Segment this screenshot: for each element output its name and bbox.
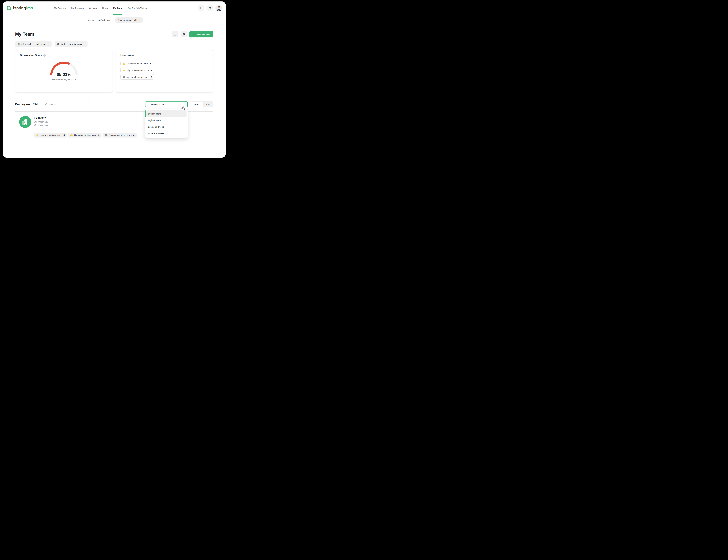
new-session-label: New Session — [197, 33, 210, 36]
high-score-badge[interactable]: High observation score 3 — [68, 133, 102, 138]
badge-count: 6 — [133, 134, 134, 136]
help-icon[interactable]: ? — [43, 54, 46, 57]
warning-icon — [123, 62, 125, 65]
user-photo — [216, 5, 222, 11]
chevron-up-icon — [184, 103, 186, 105]
chevron-down-icon — [47, 43, 49, 45]
sort-control: Lowest score Lowest score Highest score … — [145, 101, 188, 107]
chat-bubble-icon — [200, 6, 203, 10]
company-supervisor: Supervisor: You — [34, 121, 48, 123]
badge-label: High observation score — [127, 69, 149, 72]
badge-count: 6 — [151, 76, 152, 78]
low-score-issue-badge[interactable]: Low observation score 5 — [120, 61, 154, 66]
new-session-button[interactable]: New Session — [190, 31, 213, 37]
badge-label: No completed sessions — [127, 76, 149, 78]
section-tabs: Courses and Trainings Observation Checkl… — [3, 17, 226, 23]
calendar-icon — [57, 43, 60, 46]
header-actions — [198, 1, 222, 15]
period-filter[interactable]: Period: Last 90 days — [55, 41, 88, 47]
filter-label: Observation checklist — [21, 43, 42, 45]
page-title: My Team — [15, 32, 34, 37]
user-issues-card: User Issues Low observation score 5 — [116, 50, 213, 93]
warning-icon — [36, 134, 39, 137]
svg-text:?: ? — [124, 76, 124, 78]
badge-count: 3 — [151, 69, 152, 72]
gauge-value: 65.01% — [49, 72, 79, 77]
question-icon: ? — [123, 76, 125, 78]
main-nav: My Courses My Trainings Catalog News My … — [54, 1, 148, 15]
chevron-down-icon — [83, 43, 85, 45]
plus-icon — [193, 33, 195, 35]
thumbs-up-icon — [70, 134, 73, 137]
download-button[interactable] — [172, 31, 178, 37]
card-title: User Issues — [120, 54, 134, 57]
score-gauge: 65.01% — [49, 60, 79, 76]
high-score-issue-badge[interactable]: High observation score 3 — [120, 68, 154, 73]
messages-button[interactable] — [198, 5, 205, 11]
settings-button[interactable] — [181, 31, 187, 37]
download-icon — [174, 33, 177, 36]
search-icon — [45, 103, 48, 106]
brand-logo[interactable]: ispringlms — [6, 1, 33, 15]
gear-icon — [182, 33, 186, 36]
view-list-button[interactable]: List — [203, 102, 213, 107]
observation-checklist-filter[interactable]: Observation checklist All — [15, 41, 52, 47]
badge-label: No completed sessions — [109, 134, 132, 136]
badge-label: Low observation score — [127, 62, 148, 65]
no-sessions-badge[interactable]: ? No completed sessions 6 — [103, 133, 136, 138]
company-avatar[interactable] — [19, 116, 31, 128]
tab-courses-and-trainings[interactable]: Courses and Trainings — [85, 17, 113, 23]
sort-dropdown[interactable]: Lowest score — [145, 101, 188, 107]
observation-score-card: Observation Score ? 65.01% average emplo… — [15, 50, 113, 93]
badge-label: Low observation score — [40, 134, 62, 136]
sort-option-highest-score[interactable]: Highest score — [146, 117, 187, 124]
gauge-caption: average employee score — [20, 78, 108, 81]
svg-text:?: ? — [106, 134, 107, 136]
app-window: ispringlms My Courses My Trainings Catal… — [3, 1, 226, 158]
bell-icon — [208, 6, 212, 10]
nav-my-trainings[interactable]: My Trainings — [71, 1, 84, 15]
company-employee-count: 714 employees — [34, 124, 48, 126]
view-group-button[interactable]: Group — [191, 102, 203, 107]
sort-option-less-employees[interactable]: Less employees — [146, 124, 187, 130]
badge-count: 3 — [98, 134, 99, 136]
nav-my-team[interactable]: My Team — [113, 1, 123, 15]
brand-wordmark: ispringlms — [13, 6, 33, 10]
low-score-badge[interactable]: Low observation score 5 — [34, 133, 67, 138]
tab-observation-checklists[interactable]: Observation Checklists — [115, 17, 143, 23]
view-toggle: Group List — [191, 101, 213, 107]
filter-label: Period: — [61, 43, 68, 45]
employees-count: 714 — [33, 103, 38, 106]
user-avatar[interactable] — [216, 5, 222, 11]
search-input[interactable] — [49, 103, 88, 106]
top-bar: ispringlms My Courses My Trainings Catal… — [3, 1, 226, 15]
nav-my-courses[interactable]: My Courses — [54, 1, 66, 15]
card-title: Observation Score — [20, 54, 42, 57]
badge-label: High observation score — [74, 134, 96, 136]
sort-value: Lowest score — [151, 103, 164, 106]
no-sessions-issue-badge[interactable]: ? No completed sessions 6 — [120, 74, 154, 80]
clipboard-check-icon — [17, 43, 20, 46]
badge-count: 5 — [150, 62, 151, 65]
nav-catalog[interactable]: Catalog — [89, 1, 97, 15]
search-box — [43, 101, 89, 107]
filter-value: All — [43, 43, 46, 45]
company-name[interactable]: Company — [34, 116, 48, 119]
building-icon — [19, 116, 31, 128]
notifications-button[interactable] — [207, 5, 213, 11]
nav-on-the-job-training[interactable]: On-The-Job Training — [128, 1, 148, 15]
sort-menu: Lowest score Highest score Less employee… — [145, 109, 188, 138]
nav-news[interactable]: News — [102, 1, 108, 15]
filter-value: Last 90 days — [69, 43, 82, 45]
thumbs-up-icon — [123, 69, 125, 72]
employees-label: Employees: — [15, 103, 31, 106]
sort-option-more-employees[interactable]: More employees — [146, 130, 187, 137]
ispring-flower-icon — [6, 5, 12, 11]
badge-count: 5 — [64, 134, 65, 136]
question-icon: ? — [105, 134, 108, 137]
sort-option-lowest-score[interactable]: Lowest score — [146, 110, 187, 117]
sort-arrows-icon — [147, 103, 150, 106]
